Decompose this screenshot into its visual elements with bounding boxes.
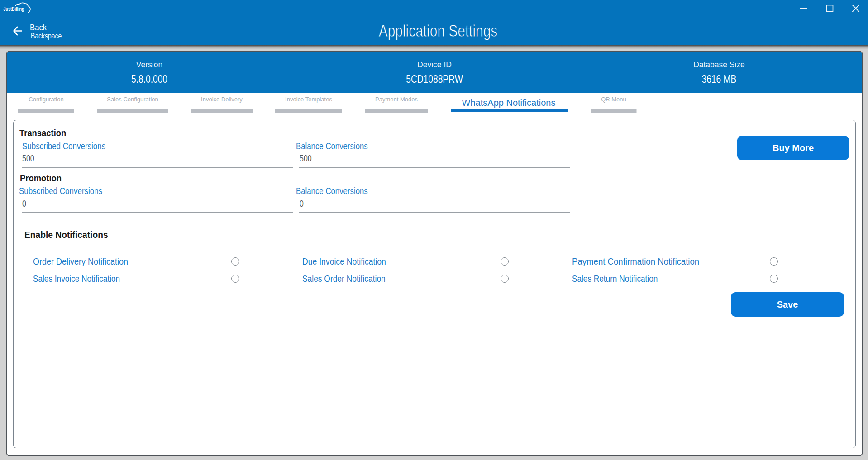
svg-text:JustBilling: JustBilling (4, 6, 24, 12)
